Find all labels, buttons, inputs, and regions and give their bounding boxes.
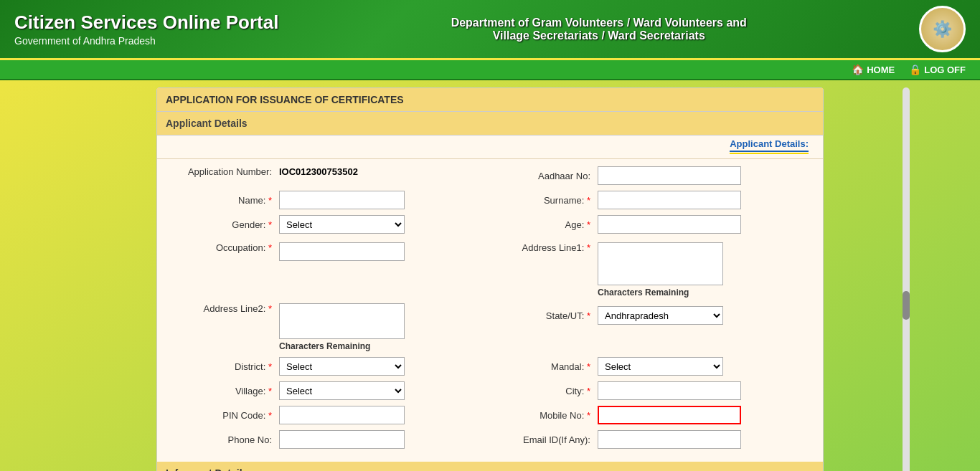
logoff-label: LOG OFF [924,65,966,75]
col-phone: Phone No: [171,430,490,449]
occupation-input[interactable] [279,242,405,261]
address2-textarea[interactable] [279,303,405,339]
col-email: Email ID(If Any): [490,430,809,449]
app-number-label: Application Number: [171,166,279,177]
portal-subtitle: Government of Andhra Pradesh [14,35,278,47]
surname-required: * [587,195,590,206]
row-pin: PIN Code: * Mobile No: * [171,406,809,424]
mandal-select[interactable]: Select [598,357,723,376]
applicant-section-header: Applicant Details [157,112,823,135]
col-pin: PIN Code: * [171,406,490,424]
applicant-tab-row: Applicant Details: [157,135,823,159]
aadhaar-label: Aadhaar No: [490,171,598,181]
dept-info: Department of Gram Volunteers / Ward Vol… [451,16,747,42]
aadhaar-input[interactable] [598,166,741,185]
address1-label: Address Line1: * [490,242,598,253]
row-village: Village: * Select City: * [171,381,809,400]
village-label: Village: * [171,386,279,396]
applicant-tab[interactable]: Applicant Details: [730,138,809,154]
home-icon: 🏠 [852,64,864,75]
col-address2: Address Line2: * Characters Remaining [171,303,490,351]
village-select[interactable]: Select [279,381,405,400]
page-title: APPLICATION FOR ISSUANCE OF CERTIFICATES [157,88,823,112]
name-label: Name: * [171,195,279,206]
scrollbar-track[interactable] [903,87,910,471]
pin-required: * [268,410,272,421]
col-mandal: Mandal: * Select [490,357,809,376]
form-container: APPLICATION FOR ISSUANCE OF CERTIFICATES… [156,87,824,471]
dept-line2: Village Secretariats / Ward Secretariats [493,29,705,42]
row-occupation: Occupation: * Address Line1: * Character… [171,239,809,298]
address2-required: * [268,303,272,314]
row-district: District: * Select Mandal: * S [171,357,809,376]
age-label: Age: * [490,219,598,230]
home-label: HOME [867,65,895,75]
age-input[interactable] [598,215,741,234]
email-input[interactable] [598,430,741,449]
mandal-required: * [587,361,590,372]
applicant-section: Applicant Details Applicant Details: App… [157,112,823,462]
col-app-number: Application Number: IOC012300753502 [171,166,490,177]
informant-section: Informant Details Informant Details: Inf… [157,462,823,471]
state-select[interactable]: Andhrapradesh Telangana Other [598,306,723,325]
address1-container: Characters Remaining [598,242,723,298]
email-label: Email ID(If Any): [490,434,598,445]
phone-label: Phone No: [171,434,279,445]
col-gender: Gender: * Select Male Female Other [171,215,490,234]
col-name: Name: * [171,191,490,209]
city-label: City: * [490,386,598,396]
address2-container: Characters Remaining [279,303,405,351]
col-state: State/UT: * Andhrapradesh Telangana Othe… [490,303,809,325]
surname-input[interactable] [598,191,741,209]
col-district: District: * Select [171,357,490,376]
col-surname: Surname: * [490,191,809,209]
occupation-required: * [268,242,272,253]
govt-logo: ⚙️ [919,6,966,52]
mobile-input[interactable] [598,406,741,424]
col-address1: Address Line1: * Characters Remaining [490,239,809,298]
app-number-value: IOC012300753502 [279,166,358,177]
col-mobile: Mobile No: * [490,406,809,424]
city-input[interactable] [598,381,741,400]
row-phone: Phone No: Email ID(If Any): [171,430,809,449]
name-input[interactable] [279,191,405,209]
mobile-label: Mobile No: * [490,410,598,421]
row-name: Name: * Surname: * [171,191,809,209]
gender-select[interactable]: Select Male Female Other [279,215,405,234]
header-left: Citizen Services Online Portal Governmen… [14,11,278,47]
row-address2: Address Line2: * Characters Remaining St… [171,303,809,351]
logoff-link[interactable]: 🔒 LOG OFF [909,64,966,75]
phone-input[interactable] [279,430,405,449]
mandal-label: Mandal: * [490,361,598,372]
surname-label: Surname: * [490,195,598,206]
col-village: Village: * Select [171,381,490,400]
home-link[interactable]: 🏠 HOME [852,64,895,75]
occupation-label: Occupation: * [171,242,279,253]
scrollbar-thumb[interactable] [903,291,910,320]
navbar: 🏠 HOME 🔒 LOG OFF [0,60,980,80]
header: Citizen Services Online Portal Governmen… [0,0,980,60]
address2-label: Address Line2: * [171,303,279,314]
applicant-tab-label: Applicant Details: [730,138,809,149]
main-container: APPLICATION FOR ISSUANCE OF CERTIFICATES… [77,87,903,471]
address1-textarea[interactable] [598,242,723,285]
address2-chars: Characters Remaining [279,341,405,351]
pin-label: PIN Code: * [171,410,279,421]
district-label: District: * [171,361,279,372]
pin-input[interactable] [279,406,405,424]
district-select[interactable]: Select [279,357,405,376]
age-required: * [587,219,590,230]
informant-section-header: Informant Details [157,462,823,471]
state-required: * [587,310,590,321]
col-age: Age: * [490,215,809,234]
district-required: * [268,361,272,372]
gender-required: * [268,219,272,230]
gender-label: Gender: * [171,219,279,230]
row-gender: Gender: * Select Male Female Other Age: [171,215,809,234]
village-required: * [268,386,272,396]
city-required: * [587,386,590,396]
col-aadhaar: Aadhaar No: [490,166,809,185]
col-occupation: Occupation: * [171,239,490,261]
applicant-form: Application Number: IOC012300753502 Aadh… [157,159,823,462]
address1-required: * [587,242,590,253]
